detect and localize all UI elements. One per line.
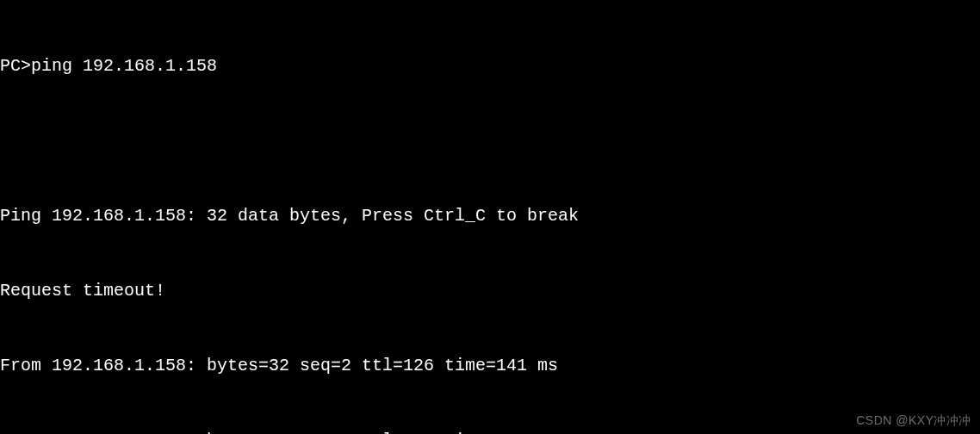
ping-reply: From 192.168.1.158: bytes=32 seq=2 ttl=1… bbox=[0, 353, 980, 378]
watermark-text: CSDN @KXY冲冲冲 bbox=[856, 412, 971, 429]
ping-header: Ping 192.168.1.158: 32 data bytes, Press… bbox=[0, 203, 980, 228]
prompt-prefix: PC> bbox=[0, 56, 31, 76]
command-text: ping 192.168.1.158 bbox=[31, 56, 217, 76]
blank-line bbox=[0, 128, 980, 153]
command-line: PC>ping 192.168.1.158 bbox=[0, 53, 980, 78]
ping-reply: From 192.168.1.158: bytes=32 seq=3 ttl=1… bbox=[0, 428, 980, 434]
terminal-output[interactable]: PC>ping 192.168.1.158 Ping 192.168.1.158… bbox=[0, 3, 980, 434]
request-timeout: Request timeout! bbox=[0, 278, 980, 303]
